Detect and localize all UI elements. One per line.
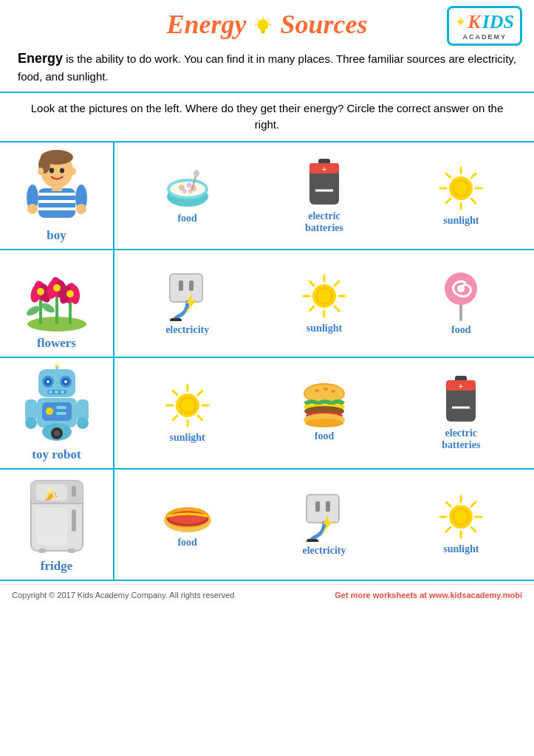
option-sunlight-4[interactable]: sunlight — [393, 493, 530, 555]
option-food-hotdog[interactable]: food — [119, 500, 256, 549]
option-sunlight[interactable]: sunlight — [393, 165, 530, 227]
svg-point-52 — [454, 182, 468, 195]
option-label-food-3: food — [315, 430, 334, 442]
svg-rect-157 — [326, 501, 330, 512]
options-cell-robot: sunlight — [114, 358, 534, 470]
subject-label-boy: boy — [47, 228, 66, 243]
subject-cell-boy: boy — [0, 142, 114, 250]
subject-label-robot: toy robot — [32, 447, 81, 462]
intro-body: is the ability to do work. You can find … — [18, 52, 516, 83]
svg-line-50 — [446, 199, 451, 203]
options-cell-flowers: electricity sunlight — [114, 250, 534, 358]
option-label-sunlight: sunlight — [443, 215, 479, 227]
svg-line-49 — [471, 173, 476, 178]
intro-text: Energy is the ability to do work. You ca… — [0, 44, 534, 93]
page-footer: Copyright © 2017 Kids Academy Company. A… — [0, 584, 534, 605]
title-sources: Sources — [280, 10, 367, 39]
svg-line-122 — [198, 391, 202, 395]
battery-icon: + — [304, 157, 345, 207]
option-label-food-2: food — [451, 324, 470, 336]
footer-link[interactable]: Get more worksheets at www.kidsacademy.m… — [335, 591, 522, 599]
svg-rect-147 — [36, 508, 67, 545]
plug-icon-1 — [165, 271, 210, 321]
page-header: Energy Sources ✦ K IDS ACADEMY — [0, 0, 534, 44]
svg-point-15 — [70, 168, 76, 175]
svg-rect-101 — [55, 391, 58, 394]
svg-line-83 — [335, 281, 339, 286]
option-food-bowl[interactable]: food — [119, 167, 256, 224]
logo-academy-text: ACADEMY — [462, 33, 507, 41]
main-grid: boy food — [0, 142, 534, 581]
svg-rect-155 — [307, 495, 339, 523]
svg-rect-72 — [179, 281, 183, 291]
svg-point-86 — [318, 289, 331, 303]
subject-label-fridge: fridge — [41, 559, 72, 574]
option-label-sunlight-4: sunlight — [443, 543, 479, 555]
svg-point-89 — [457, 285, 465, 292]
svg-rect-20 — [52, 185, 62, 191]
sun-icon-2 — [301, 272, 348, 320]
option-battery-2[interactable]: + electricbatteries — [393, 374, 530, 451]
svg-line-167 — [471, 502, 476, 506]
svg-point-111 — [77, 417, 89, 429]
svg-point-35 — [194, 170, 199, 177]
svg-rect-106 — [56, 406, 66, 409]
svg-point-0 — [258, 19, 269, 30]
svg-point-114 — [54, 430, 60, 436]
svg-line-165 — [446, 502, 451, 506]
svg-line-168 — [446, 527, 451, 532]
svg-line-5 — [258, 19, 259, 21]
lightbulb-icon — [253, 17, 273, 38]
logo-ids: IDS — [482, 11, 514, 33]
svg-point-24 — [76, 204, 86, 214]
fridge-icon: 🍌 — [27, 477, 86, 554]
svg-point-23 — [27, 204, 38, 214]
svg-point-92 — [54, 365, 60, 367]
option-electricity-2[interactable]: electricity — [256, 492, 392, 557]
logo-star-icon: ✦ — [455, 14, 466, 30]
option-sunlight-2[interactable]: sunlight — [256, 272, 392, 334]
robot-icon — [24, 365, 90, 443]
svg-text:+: + — [322, 164, 327, 174]
svg-rect-158 — [307, 539, 318, 542]
option-food-lollipop[interactable]: food — [393, 271, 530, 336]
svg-point-57 — [24, 303, 41, 317]
svg-point-33 — [171, 183, 204, 195]
svg-point-170 — [454, 510, 468, 523]
svg-rect-149 — [38, 549, 46, 553]
svg-point-69 — [53, 284, 61, 292]
option-label-batteries: electricbatteries — [305, 210, 343, 234]
logo-row: ✦ K IDS — [455, 11, 514, 33]
svg-rect-107 — [56, 412, 66, 415]
svg-line-81 — [309, 281, 314, 286]
svg-line-82 — [335, 306, 339, 311]
sun-icon-1 — [437, 165, 485, 212]
svg-text:🍌: 🍌 — [42, 485, 59, 501]
subject-cell-flowers: flowers — [0, 250, 114, 358]
plug-icon-2 — [302, 492, 346, 542]
svg-point-14 — [38, 168, 44, 175]
svg-point-135 — [305, 419, 343, 427]
svg-line-121 — [198, 416, 202, 420]
title-wrap: Energy Sources — [166, 9, 367, 40]
svg-point-110 — [25, 417, 37, 429]
option-label-sunlight-2: sunlight — [307, 323, 342, 334]
logo-k: K — [468, 11, 480, 33]
svg-line-166 — [471, 527, 476, 532]
subject-label-flowers: flowers — [37, 336, 76, 351]
option-battery[interactable]: + electricbatteries — [256, 157, 392, 234]
option-electricity[interactable]: electricity — [119, 271, 256, 336]
svg-line-120 — [173, 391, 177, 395]
svg-line-48 — [471, 199, 476, 203]
intro-bold: Energy — [18, 51, 63, 66]
svg-point-125 — [181, 399, 194, 412]
sun-icon-4 — [437, 493, 485, 540]
svg-rect-74 — [170, 318, 182, 321]
option-sunlight-3[interactable]: sunlight — [119, 382, 256, 444]
options-cell-boy: food + electricbatteries — [114, 142, 534, 250]
svg-rect-100 — [49, 391, 52, 394]
svg-line-84 — [309, 306, 314, 311]
svg-rect-156 — [315, 501, 320, 512]
svg-rect-3 — [261, 32, 264, 32]
option-food-burger[interactable]: food — [256, 383, 392, 442]
